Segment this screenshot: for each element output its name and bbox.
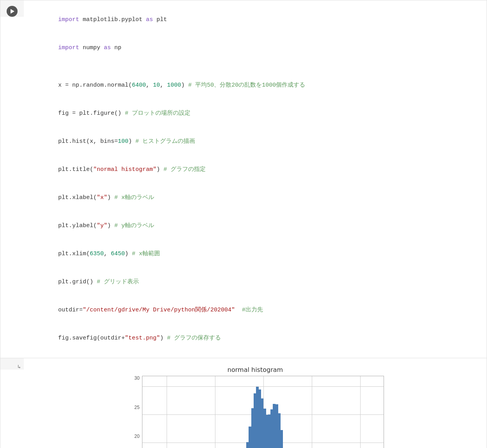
keyword: as bbox=[104, 44, 111, 51]
code-comment: # 平均50、分散20の乱数を1000個作成する bbox=[188, 82, 305, 89]
chart-area: y 0 5 10 15 20 25 30 bbox=[126, 376, 384, 448]
play-icon bbox=[10, 9, 15, 14]
code-text: plt.ylabel( bbox=[58, 222, 97, 229]
code-number: 6350 bbox=[90, 251, 104, 257]
code-text: fig = plt.figure() bbox=[58, 110, 125, 117]
code-text: plt.hist(x, bins= bbox=[58, 138, 118, 145]
code-text: plt.xlabel( bbox=[58, 194, 97, 201]
code-line: import matplotlib.pyplot as plt bbox=[30, 6, 480, 34]
code-number: 100 bbox=[118, 138, 128, 145]
code-string: "y" bbox=[97, 222, 107, 229]
code-string: "/content/gdrive/My Drive/python関係/20200… bbox=[83, 307, 235, 313]
output-gutter: ↳ bbox=[0, 358, 24, 370]
notebook: import matplotlib.pyplot as plt import n… bbox=[0, 0, 487, 448]
output-prompt: ↳ bbox=[18, 364, 21, 370]
cell-gutter bbox=[0, 0, 24, 17]
code-text: plt.title( bbox=[58, 166, 93, 173]
code-text: outdir= bbox=[58, 307, 83, 313]
code-cell: import matplotlib.pyplot as plt import n… bbox=[0, 0, 487, 358]
svg-marker-0 bbox=[11, 9, 14, 14]
code-content: import matplotlib.pyplot as plt import n… bbox=[24, 0, 487, 358]
code-comment: # ヒストグラムの描画 bbox=[135, 138, 195, 145]
code-text: , bbox=[160, 82, 167, 89]
code-comment: # グラフの保存する bbox=[167, 335, 221, 341]
keyword: import bbox=[58, 44, 79, 51]
code-text: np bbox=[111, 44, 121, 51]
code-line: plt.hist(x, bins=100) # ヒストグラムの描画 bbox=[30, 128, 480, 156]
y-ticks: 0 5 10 15 20 25 30 bbox=[134, 376, 142, 448]
code-text: ) bbox=[128, 138, 135, 145]
code-text: plt.xlim( bbox=[58, 251, 90, 257]
code-comment: # グラフの指定 bbox=[164, 166, 206, 173]
code-line: plt.xlabel("x") # x軸のラベル bbox=[30, 184, 480, 212]
code-line bbox=[30, 62, 480, 71]
chart-title: normal histogram bbox=[228, 366, 283, 373]
code-text: plt bbox=[153, 16, 167, 23]
code-comment: # グリッド表示 bbox=[97, 279, 139, 285]
code-text: ) bbox=[181, 82, 188, 89]
y-tick: 20 bbox=[134, 434, 139, 439]
code-text bbox=[235, 307, 242, 313]
output-cell: ↳ normal histogram y 0 5 10 15 20 bbox=[0, 358, 487, 448]
code-line: x = np.random.normal(6400, 10, 1000) # 平… bbox=[30, 71, 480, 100]
code-line: fig = plt.figure() # プロットの場所の設定 bbox=[30, 100, 480, 128]
y-tick: 25 bbox=[134, 405, 139, 410]
code-line: plt.ylabel("y") # y軸のラベル bbox=[30, 212, 480, 240]
code-comment: # y軸のラベル bbox=[114, 222, 154, 229]
code-string: "test.png" bbox=[125, 335, 160, 341]
code-text: , bbox=[146, 82, 153, 89]
keyword: import bbox=[58, 16, 79, 23]
code-line: fig.savefig(outdir+"test.png") # グラフの保存す… bbox=[30, 324, 480, 352]
code-text: numpy bbox=[79, 44, 104, 51]
code-text: ) bbox=[160, 335, 167, 341]
code-text: ) bbox=[125, 251, 132, 257]
run-button[interactable] bbox=[7, 6, 18, 17]
code-text: x = np.random.normal( bbox=[58, 82, 132, 89]
y-tick: 30 bbox=[134, 376, 139, 380]
code-text: ) bbox=[107, 194, 114, 201]
code-text: ) bbox=[107, 222, 114, 229]
code-text: , bbox=[104, 251, 111, 257]
code-text: fig.savefig(outdir+ bbox=[58, 335, 125, 341]
histogram-plot bbox=[142, 376, 384, 448]
code-string: "x" bbox=[97, 194, 107, 201]
code-line: import numpy as np bbox=[30, 34, 480, 62]
code-number: 6450 bbox=[111, 251, 125, 257]
chart-inner: 0 5 10 15 20 25 30 bbox=[134, 376, 384, 448]
code-line: plt.grid() # グリッド表示 bbox=[30, 268, 480, 296]
output-content: normal histogram y 0 5 10 15 20 25 bbox=[24, 358, 487, 448]
code-line: plt.xlim(6350, 6450) # x軸範囲 bbox=[30, 240, 480, 268]
code-text: ) bbox=[156, 166, 164, 173]
code-text: matplotlib.pyplot bbox=[79, 16, 146, 23]
code-comment: # x軸のラベル bbox=[114, 194, 154, 201]
code-string: "normal histogram" bbox=[93, 166, 156, 173]
code-text: plt.grid() bbox=[58, 279, 97, 285]
code-number: 6400 bbox=[132, 82, 146, 89]
code-line: outdir="/content/gdrive/My Drive/python関… bbox=[30, 296, 480, 324]
chart-container: normal histogram y 0 5 10 15 20 25 bbox=[30, 362, 480, 448]
code-number: 1000 bbox=[167, 82, 181, 89]
code-comment: # プロットの場所の設定 bbox=[125, 110, 190, 117]
code-number: 10 bbox=[153, 82, 160, 89]
code-comment: # x軸範囲 bbox=[132, 251, 160, 257]
code-comment: #出力先 bbox=[242, 307, 263, 313]
chart-with-axes: 0 5 10 15 20 25 30 bbox=[134, 376, 384, 448]
y-axis-label: y bbox=[126, 376, 133, 448]
keyword: as bbox=[146, 16, 153, 23]
code-line: plt.title("normal histogram") # グラフの指定 bbox=[30, 156, 480, 184]
